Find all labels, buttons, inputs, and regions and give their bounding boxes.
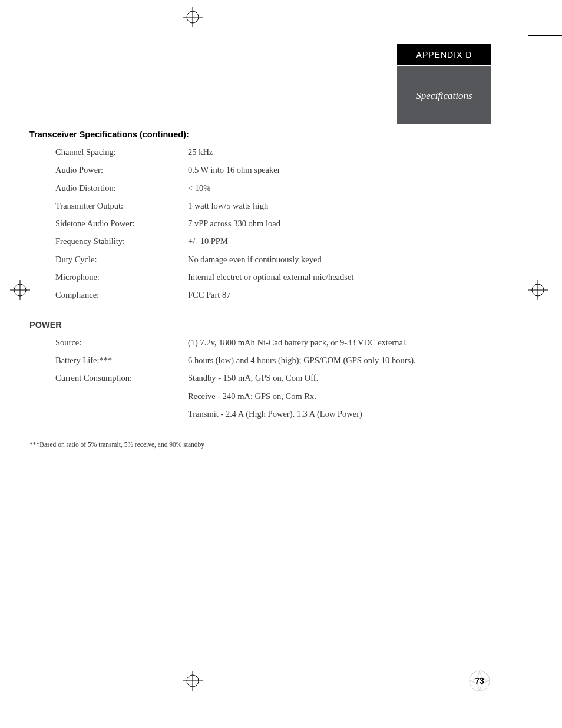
power-section: POWER Source:(1) 7.2v, 1800 mAh Ni-Cad b… [55,320,442,420]
register-mark-icon [528,280,548,300]
spec-value: No damage even if continuously keyed [188,253,442,265]
spec-row: Sidetone Audio Power:7 vPP across 330 oh… [55,218,442,229]
spec-row: Channel Spacing:25 kHz [55,146,442,158]
spec-value: Transmit - 2.4 A (High Power), 1.3 A (Lo… [188,408,442,420]
spec-label: Frequency Stability: [55,235,188,247]
register-mark-icon [10,280,30,300]
crop-mark [47,0,47,37]
spec-row: Microphone:Internal electret or optional… [55,271,442,283]
spec-row: Source:(1) 7.2v, 1800 mAh Ni-Cad battery… [55,337,442,348]
spec-row: Transmit - 2.4 A (High Power), 1.3 A (Lo… [55,408,442,420]
spec-row: Compliance:FCC Part 87 [55,289,442,301]
spec-label [55,390,188,402]
section-heading: POWER [29,320,442,330]
spec-label: Microphone: [55,271,188,283]
spec-label [55,408,188,420]
crop-mark [0,658,33,658]
spec-value: Internal electret or optional external m… [188,271,442,283]
crop-mark [528,35,562,36]
content-area: Transceiver Specifications (continued): … [29,130,442,448]
page-number: 73 [469,676,490,686]
spec-label: Compliance: [55,289,188,301]
spec-value: 0.5 W into 16 ohm speaker [188,164,442,176]
page-number-badge: 73 [469,670,490,691]
spec-row: Audio Power:0.5 W into 16 ohm speaker [55,164,442,176]
crop-mark [515,0,515,34]
spec-label: Duty Cycle: [55,253,188,265]
spec-value: (1) 7.2v, 1800 mAh Ni-Cad battery pack, … [188,337,442,348]
spec-row: Audio Distortion:< 10% [55,182,442,194]
spec-value: < 10% [188,182,442,194]
spec-row: Receive - 240 mA; GPS on, Com Rx. [55,390,442,402]
spec-row: Duty Cycle:No damage even if continuousl… [55,253,442,265]
crop-mark [515,673,515,728]
spec-value: 25 kHz [188,146,442,158]
spec-row: Battery Life:***6 hours (low) and 4 hour… [55,354,442,366]
spec-label: Audio Power: [55,164,188,176]
spec-label: Battery Life:*** [55,354,188,366]
page-title: Specifications [397,65,491,124]
spec-value: FCC Part 87 [188,289,442,301]
spec-label: Source: [55,337,188,348]
spec-table: Channel Spacing:25 kHzAudio Power:0.5 W … [55,146,442,301]
header-band: APPENDIX D Specifications [397,44,491,124]
spec-row: Frequency Stability: +/- 10 PPM [55,235,442,247]
spec-value: +/- 10 PPM [188,235,442,247]
crop-mark [518,658,562,658]
spec-label: Sidetone Audio Power: [55,218,188,229]
spec-label: Transmitter Output: [55,200,188,212]
spec-row: Transmitter Output:1 watt low/5 watts hi… [55,200,442,212]
appendix-label: APPENDIX D [397,44,491,65]
register-mark-icon [183,7,203,27]
footnote: ***Based on ratio of 5% transmit, 5% rec… [29,441,442,448]
crop-mark [47,673,47,728]
spec-value: 6 hours (low) and 4 hours (high); GPS/CO… [188,354,442,366]
section-heading: Transceiver Specifications (continued): [29,130,442,139]
spec-value: Standby - 150 mA, GPS on, Com Off. [188,372,442,384]
spec-label: Audio Distortion: [55,182,188,194]
register-mark-icon [183,671,203,691]
spec-value: 7 vPP across 330 ohm load [188,218,442,229]
spec-value: Receive - 240 mA; GPS on, Com Rx. [188,390,442,402]
spec-row: Current Consumption:Standby - 150 mA, GP… [55,372,442,384]
spec-label: Current Consumption: [55,372,188,384]
spec-value: 1 watt low/5 watts high [188,200,442,212]
spec-label: Channel Spacing: [55,146,188,158]
